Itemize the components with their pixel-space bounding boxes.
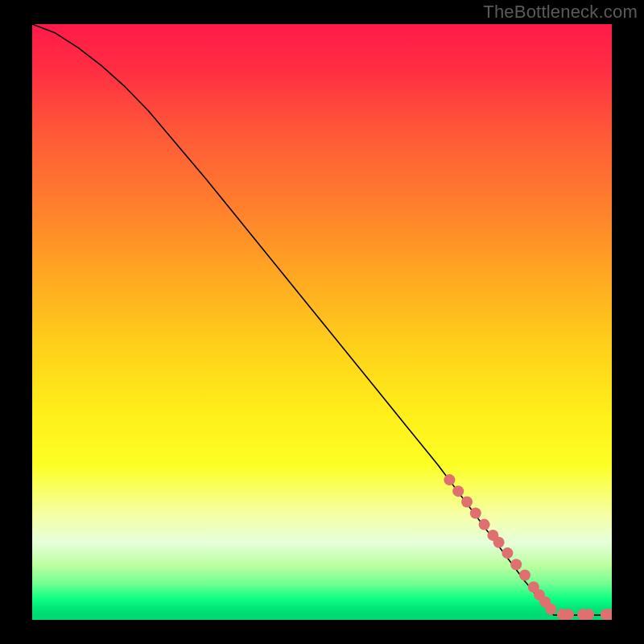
chart-overlay-svg	[32, 24, 612, 620]
data-marker	[502, 547, 513, 559]
data-marker	[479, 519, 490, 530]
data-marker	[461, 496, 473, 507]
chart-frame: TheBottleneck.com	[0, 0, 644, 644]
marker-group	[444, 474, 612, 620]
data-marker	[519, 570, 530, 581]
data-marker	[563, 609, 574, 620]
data-marker	[583, 609, 594, 620]
data-marker	[493, 537, 505, 548]
data-marker	[545, 604, 556, 615]
plot-area	[32, 24, 612, 620]
curve-path	[32, 24, 612, 615]
data-marker	[452, 485, 464, 497]
data-marker	[510, 559, 522, 570]
data-marker	[444, 474, 455, 485]
data-marker	[470, 508, 481, 519]
watermark-label: TheBottleneck.com	[483, 2, 638, 23]
